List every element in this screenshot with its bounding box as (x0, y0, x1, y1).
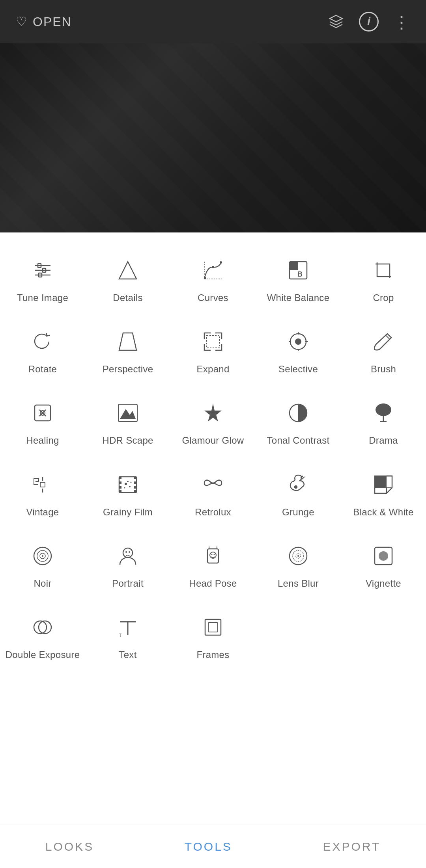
svg-rect-83 (205, 619, 221, 635)
retrolux-icon (199, 470, 227, 499)
expand-label: Expand (196, 363, 229, 375)
tool-perspective[interactable]: Perspective (85, 316, 170, 387)
portrait-label: Portrait (112, 577, 144, 589)
tool-glamour-glow[interactable]: Glamour Glow (170, 387, 256, 458)
grainy-film-icon (114, 470, 142, 499)
lens-blur-icon (284, 542, 312, 570)
frames-icon (199, 613, 227, 641)
tune-image-label: Tune Image (17, 292, 68, 304)
tool-expand[interactable]: Expand (170, 316, 256, 387)
tool-grainy-film[interactable]: Grainy Film (85, 459, 170, 530)
nav-tools[interactable]: TOOLS (185, 840, 232, 853)
more-icon[interactable]: ⋮ (393, 12, 410, 32)
svg-point-75 (297, 555, 299, 557)
tool-drama[interactable]: Drama (341, 387, 426, 458)
svg-text:B: B (297, 270, 303, 278)
vignette-icon (369, 542, 398, 570)
hdr-scape-label: HDR Scape (102, 434, 153, 446)
tool-vintage[interactable]: Vintage (0, 459, 85, 530)
svg-point-77 (379, 551, 388, 561)
svg-rect-84 (208, 623, 218, 632)
tool-hdr-scape[interactable]: HDR Scape (85, 387, 170, 458)
tool-healing[interactable]: Healing (0, 387, 85, 458)
svg-marker-6 (119, 262, 136, 279)
healing-label: Healing (26, 434, 59, 446)
noir-icon (28, 542, 57, 570)
nav-export[interactable]: EXPORT (323, 840, 381, 853)
grunge-label: Grunge (282, 506, 314, 518)
svg-point-50 (125, 483, 127, 485)
curves-label: Curves (198, 292, 228, 304)
lens-blur-label: Lens Blur (278, 577, 319, 589)
tool-black-white[interactable]: Black & White (341, 459, 426, 530)
tool-selective[interactable]: Selective (256, 316, 341, 387)
tool-curves[interactable]: Curves (170, 244, 256, 316)
svg-point-55 (295, 486, 297, 488)
tool-head-pose[interactable]: Head Pose (170, 530, 256, 601)
rotate-icon (28, 327, 57, 356)
tool-double-exposure[interactable]: Double Exposure (0, 601, 85, 673)
nav-looks[interactable]: LOOKS (45, 840, 94, 853)
heart-icon: ♡ (16, 14, 28, 29)
glamour-glow-label: Glamour Glow (182, 434, 244, 446)
tonal-contrast-label: Tonal Contrast (267, 434, 330, 446)
svg-point-9 (220, 261, 222, 264)
details-label: Details (113, 292, 142, 304)
svg-point-69 (214, 554, 215, 555)
svg-point-8 (212, 266, 214, 268)
bottom-nav: LOOKS TOOLS EXPORT (0, 825, 426, 868)
tool-text[interactable]: T Text (85, 601, 170, 673)
white-balance-icon: B (284, 256, 312, 284)
svg-rect-42 (119, 477, 121, 479)
svg-point-54 (124, 487, 125, 488)
drama-icon (369, 399, 398, 427)
svg-rect-49 (134, 490, 136, 493)
tools-grid: Tune Image Details (0, 244, 426, 673)
noir-label: Noir (34, 577, 51, 589)
svg-point-53 (131, 481, 132, 483)
selective-icon (284, 327, 312, 356)
text-icon: T (114, 613, 142, 641)
grainy-film-label: Grainy Film (103, 506, 153, 518)
svg-point-64 (125, 551, 127, 553)
retrolux-label: Retrolux (195, 506, 231, 518)
layers-icon[interactable] (327, 13, 345, 30)
tool-brush[interactable]: Brush (341, 316, 426, 387)
svg-marker-16 (119, 333, 136, 350)
info-icon[interactable]: i (359, 12, 379, 32)
tool-frames[interactable]: Frames (170, 601, 256, 673)
portrait-icon (114, 542, 142, 570)
black-white-icon (369, 470, 398, 499)
tool-grunge[interactable]: Grunge (256, 459, 341, 530)
vignette-label: Vignette (366, 577, 401, 589)
head-pose-label: Head Pose (189, 577, 237, 589)
svg-rect-46 (134, 477, 136, 479)
double-exposure-label: Double Exposure (6, 649, 80, 661)
crop-label: Crop (373, 292, 394, 304)
svg-rect-45 (119, 490, 121, 493)
tool-portrait[interactable]: Portrait (85, 530, 170, 601)
selective-label: Selective (278, 363, 318, 375)
header-right: i ⋮ (327, 12, 410, 32)
svg-point-51 (129, 486, 131, 487)
tool-vignette[interactable]: Vignette (341, 530, 426, 601)
svg-marker-33 (204, 403, 222, 422)
tool-tune-image[interactable]: Tune Image (0, 244, 85, 316)
tool-white-balance[interactable]: B White Balance (256, 244, 341, 316)
tool-details[interactable]: Details (85, 244, 170, 316)
tool-retrolux[interactable]: Retrolux (170, 459, 256, 530)
tool-noir[interactable]: Noir (0, 530, 85, 601)
tool-lens-blur[interactable]: Lens Blur (256, 530, 341, 601)
svg-point-62 (42, 555, 43, 557)
open-label[interactable]: OPEN (33, 15, 72, 29)
svg-rect-43 (119, 481, 121, 484)
tool-crop[interactable]: Crop (341, 244, 426, 316)
svg-rect-66 (207, 549, 219, 563)
svg-rect-39 (40, 482, 45, 487)
tool-rotate[interactable]: Rotate (0, 316, 85, 387)
frames-label: Frames (196, 649, 229, 661)
tool-tonal-contrast[interactable]: Tonal Contrast (256, 387, 341, 458)
svg-point-52 (127, 481, 129, 482)
svg-rect-44 (119, 486, 121, 489)
image-preview (0, 43, 426, 232)
